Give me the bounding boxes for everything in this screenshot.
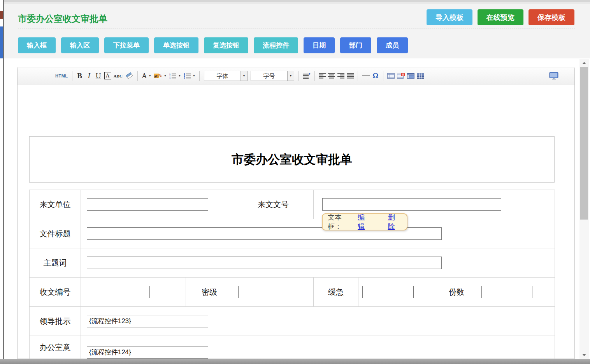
ordered-list-icon: 1 2 3 (169, 73, 177, 79)
indent-button[interactable] (302, 70, 312, 82)
table-properties-icon (407, 73, 414, 79)
scroll-up-button[interactable] (579, 60, 589, 66)
horizontal-rule-button[interactable] (361, 70, 371, 82)
field-label: 领导批示 (40, 317, 71, 325)
align-left-button[interactable] (318, 70, 327, 82)
insert-table-button[interactable] (386, 70, 396, 82)
italic-button[interactable]: I (84, 70, 94, 82)
editor-canvas[interactable]: 市委办公室收文审批单 来文单位 来文文号 文件标题 主 (18, 84, 574, 359)
chevron-down-icon: ▼ (149, 74, 151, 77)
field-label: 份数 (449, 288, 464, 296)
scroll-up-arrow-icon (582, 62, 586, 64)
delete-link[interactable]: 删除 (388, 213, 402, 231)
edit-link[interactable]: 编辑 (358, 213, 372, 231)
insert-input-box-button[interactable]: 输入框 (18, 37, 56, 53)
table-properties-button[interactable] (406, 70, 416, 82)
align-justify-button[interactable] (346, 70, 355, 82)
table-row: 主题词 (30, 248, 555, 278)
insert-radio-button[interactable]: 单选按钮 (154, 37, 198, 53)
font-size-select[interactable]: 字号 ▼ (251, 71, 294, 81)
insert-checkbox-button[interactable]: 复选按钮 (204, 37, 248, 53)
laiwen-danwei-input[interactable] (87, 198, 208, 211)
zhutici-input[interactable] (87, 257, 442, 269)
flow-control-placeholder[interactable]: {流程控件124} (87, 346, 208, 359)
textbox-edit-tooltip: 文本框： 编辑 删除 (322, 213, 407, 230)
insert-date-button[interactable]: 日期 (304, 37, 335, 53)
insert-dropdown-button[interactable]: 下拉菜单 (104, 37, 149, 53)
huanji-input[interactable] (362, 286, 414, 298)
save-template-button[interactable]: 保存模板 (529, 9, 574, 25)
delete-table-button[interactable] (396, 70, 406, 82)
form-table: 来文单位 来文文号 文件标题 主题词 收文编号 密级 (29, 190, 555, 359)
special-character-button[interactable]: Ω (371, 70, 380, 82)
field-label: 密级 (202, 288, 217, 296)
fullscreen-monitor-icon (549, 72, 558, 80)
indent-icon (303, 73, 311, 79)
background-window-blue-fragment (0, 26, 3, 58)
highlight-color-button[interactable]: ab ✎ ▼ (153, 70, 168, 82)
align-right-button[interactable] (336, 70, 346, 82)
align-left-icon (319, 73, 326, 79)
insert-department-button[interactable]: 部门 (340, 37, 371, 53)
chevron-down-icon: ▼ (164, 74, 167, 77)
field-label: 文件标题 (40, 229, 71, 238)
form-title: 市委办公室收文审批单 (30, 137, 554, 182)
cell-properties-icon (417, 73, 424, 79)
font-family-select[interactable]: 字体 ▼ (204, 71, 248, 81)
import-template-button[interactable]: 导入模板 (427, 9, 472, 25)
page-title: 市委办公室收文审批单 (18, 13, 107, 25)
field-label: 主题词 (44, 258, 67, 267)
laiwen-wenhao-input[interactable] (322, 198, 501, 211)
eraser-icon (125, 72, 133, 79)
miji-input[interactable] (238, 286, 289, 298)
toolbar-separator (383, 71, 383, 81)
insert-member-button[interactable]: 成员 (377, 37, 408, 53)
chevron-down-icon: ▼ (178, 74, 181, 77)
framed-text-button[interactable]: A (103, 70, 112, 82)
online-preview-button[interactable]: 在线预览 (478, 9, 523, 25)
toolbar-separator (199, 71, 200, 81)
table-row: 收文编号 密级 缓急 份数 (30, 278, 555, 307)
horizontal-rule-icon (362, 76, 370, 76)
table-row: 领导批示 {流程控件123} (30, 307, 555, 336)
pencil-icon: ✎ (158, 73, 162, 79)
strikethrough-button[interactable]: ABC (112, 70, 124, 82)
header-action-buttons: 导入模板 在线预览 保存模板 (427, 9, 574, 25)
unordered-list-button[interactable]: ▼ (182, 70, 197, 82)
rich-text-editor: HTML B I U A ABC A ▼ (17, 67, 575, 359)
chevron-down-icon: ▼ (287, 71, 294, 81)
unordered-list-icon (183, 73, 191, 79)
insert-textarea-button[interactable]: 输入区 (61, 37, 99, 53)
scrollbar-thumb[interactable] (580, 67, 588, 220)
field-label: 办公室意 (40, 343, 71, 352)
fullscreen-button[interactable] (548, 70, 560, 82)
insert-table-icon (387, 73, 395, 79)
tooltip-label: 文本框： (328, 213, 355, 231)
underline-button[interactable]: U (94, 70, 103, 82)
table-row: 文件标题 (30, 219, 555, 248)
align-center-button[interactable] (327, 70, 336, 82)
svg-text:3: 3 (169, 77, 170, 79)
insert-flow-control-button[interactable]: 流程控件 (254, 37, 298, 53)
page-header: 市委办公室收文审批单 导入模板 在线预览 保存模板 输入框 输入区 下拉菜单 单… (4, 4, 590, 58)
font-color-button[interactable]: A ▼ (140, 70, 153, 82)
html-source-button[interactable]: HTML (54, 70, 69, 82)
align-justify-icon (347, 73, 354, 79)
cell-properties-button[interactable] (416, 70, 425, 82)
scroll-down-arrow-icon (582, 354, 586, 356)
header-dashed-divider (18, 28, 575, 28)
eraser-button[interactable] (124, 70, 135, 82)
scroll-down-button[interactable] (579, 352, 589, 358)
shouwen-bianhao-input[interactable] (87, 286, 150, 298)
align-right-icon (337, 73, 344, 79)
bold-button[interactable]: B (75, 70, 84, 82)
fenshu-input[interactable] (481, 286, 532, 298)
toolbar-separator (314, 71, 315, 81)
form-title-box: 市委办公室收文审批单 (29, 136, 555, 183)
scrollbar[interactable] (579, 59, 589, 359)
ordered-list-button[interactable]: 1 2 3 ▼ (168, 70, 182, 82)
delete-table-icon (397, 73, 405, 79)
toolbar-separator (299, 71, 299, 81)
field-label: 缓急 (328, 288, 344, 296)
flow-control-placeholder[interactable]: {流程控件123} (87, 315, 208, 327)
